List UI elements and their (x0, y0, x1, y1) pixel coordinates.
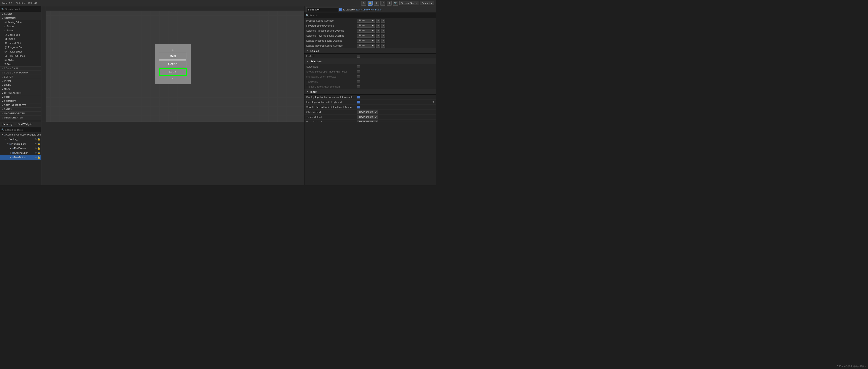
reset-icon-hide[interactable]: ↺ (432, 101, 434, 103)
vbox-eye-icon[interactable]: 👁 (35, 143, 37, 145)
category-special-effects[interactable]: SPECIAL EFFECTS (0, 103, 41, 107)
red-button-widget[interactable]: Red (159, 53, 186, 60)
r-button[interactable]: R (380, 1, 385, 6)
hovered-sound-select[interactable]: None (357, 24, 375, 28)
locked-hovered-sound-select[interactable]: None (357, 44, 375, 48)
locked-pressed-link[interactable] (381, 39, 385, 43)
touch-method-select[interactable]: Down and Up (357, 115, 378, 119)
hovered-sound-link[interactable] (381, 24, 385, 28)
green-lock-icon[interactable]: 🔒 (37, 152, 40, 154)
locked-pressed-sound-select[interactable]: None (357, 39, 375, 43)
hovered-sound-reset[interactable] (376, 24, 380, 28)
category-input[interactable]: INPUT (0, 79, 41, 83)
tree-item-red[interactable]: ▶ □ RedButton 👁 🔒 (0, 146, 41, 150)
palette-item-checkbox[interactable]: ☑ Check Box (0, 32, 41, 37)
is-variable-checkbox[interactable] (339, 8, 342, 11)
tree-item-blue[interactable]: ▶ □ BlueButton 👁 🔒 (0, 155, 41, 160)
locked-hovered-reset[interactable] (376, 44, 380, 48)
input-section-header[interactable]: Input (305, 89, 436, 94)
palette-item-button[interactable]: □ Button (0, 28, 41, 32)
green-button-widget[interactable]: Green (159, 60, 186, 67)
canvas-area[interactable]: ▲ Red Green Blue ▼ (41, 6, 304, 122)
tree-item-vbox[interactable]: ▼ □ [Vertical Box] 👁 🔒 (0, 141, 41, 146)
category-primitive[interactable]: PRIMITIVE (0, 99, 41, 103)
selected-pressed-sound-select[interactable]: None (357, 29, 375, 33)
category-synth[interactable]: SYNTH (0, 107, 41, 111)
palette-item-text[interactable]: T Text (0, 62, 41, 66)
category-uncategorized[interactable]: UNCATEGORIZED (0, 111, 41, 115)
bind-widgets-tab[interactable]: Bind Widgets (18, 123, 32, 126)
press-method-select[interactable]: Down and Up (357, 120, 378, 122)
num4-button[interactable]: 4 (387, 1, 392, 6)
camera-button[interactable]: 📷 (393, 1, 398, 6)
component-name-input[interactable] (306, 7, 338, 12)
toggleable-checkbox[interactable] (357, 80, 360, 83)
misc-expand-icon (2, 88, 3, 90)
red-lock-icon[interactable]: 🔒 (37, 147, 40, 150)
display-input-action-checkbox[interactable] (357, 96, 360, 98)
hierarchy-search-input[interactable] (5, 129, 40, 131)
trigger-clicked-checkbox[interactable] (357, 85, 360, 88)
palette-item-named-slot[interactable]: ▦ Named Slot (0, 41, 41, 45)
palette-item-rich-text[interactable]: ☑ Rich Text Block (0, 54, 41, 58)
tree-item-border1[interactable]: ▼ □ Border_1 👁 🔒 (0, 137, 41, 141)
vbox-lock-icon[interactable]: 🔒 (37, 143, 40, 145)
category-misc[interactable]: MISC (0, 87, 41, 91)
category-lists[interactable]: LISTS (0, 83, 41, 87)
edit-commonui-button-link[interactable]: Edit CommonUI_Button (356, 8, 382, 11)
selected-hovered-sound-select[interactable]: None (357, 34, 375, 38)
locked-hovered-link[interactable] (381, 44, 385, 48)
pressed-sound-reset[interactable] (376, 19, 380, 23)
border1-lock-icon[interactable]: 🔒 (37, 138, 40, 141)
blue-lock-icon[interactable]: 🔒 (37, 156, 40, 159)
green-eye-icon[interactable]: 👁 (35, 152, 37, 154)
selectable-checkbox[interactable] (357, 65, 360, 68)
hide-input-keyboard-checkbox[interactable] (357, 101, 360, 104)
should-select-checkbox[interactable] (357, 70, 360, 73)
palette-item-radial-slider[interactable]: ◎ Radial Slider (0, 49, 41, 54)
locked-checkbox[interactable] (357, 55, 360, 58)
tree-item-green[interactable]: ▶ □ GreenButton 👁 🔒 (0, 150, 41, 155)
blue-button-widget[interactable]: Blue (159, 68, 186, 76)
interactable-selected-checkbox[interactable] (357, 75, 360, 78)
palette-search-input[interactable] (5, 8, 40, 10)
fallback-input-checkbox[interactable] (357, 106, 360, 109)
none-button[interactable]: ⊕ (361, 1, 366, 6)
sel-pressed-link[interactable] (381, 29, 385, 33)
tree-item-root[interactable]: ▼ □ [CommonUI_ActionWidgetContent] (0, 132, 41, 137)
border1-eye-icon[interactable]: 👁 (35, 138, 37, 141)
palette-item-image[interactable]: 🖼 Image (0, 37, 41, 41)
palette-item-slider[interactable]: ⇄ Slider (0, 58, 41, 62)
desired-dropdown[interactable]: Desired (420, 1, 434, 5)
sel-pressed-reset[interactable] (376, 29, 380, 33)
palette-item-progress-bar[interactable]: @ Progress Bar (0, 45, 41, 49)
click-method-select[interactable]: Down and Up (357, 110, 378, 114)
screen-size-dropdown[interactable]: Screen Size (399, 1, 418, 5)
selection-section-header[interactable]: Selection (305, 59, 436, 64)
fallback-input-row: Should Use Fallback Default Input Action (305, 105, 436, 110)
pressed-sound-link[interactable] (381, 19, 385, 23)
red-eye-icon[interactable]: 👁 (35, 147, 37, 150)
category-panel[interactable]: PANEL (0, 95, 41, 99)
pressed-sound-select[interactable]: None (357, 19, 375, 23)
category-common-ui[interactable]: COMMON UI (0, 66, 41, 70)
lock-toggle[interactable]: 🔒 (368, 1, 373, 6)
sel-hovered-link[interactable] (381, 34, 385, 38)
right-search-input[interactable] (309, 14, 435, 17)
locked-pressed-reset[interactable] (376, 39, 380, 43)
palette-item-analog-slider[interactable]: ⇄ Analog Slider (0, 20, 41, 24)
sel-hovered-reset[interactable] (376, 34, 380, 38)
hierarchy-tab[interactable]: Hierarchy (2, 123, 12, 126)
input-expand-icon (306, 90, 309, 93)
category-common[interactable]: COMMON (0, 16, 41, 20)
category-panel-label: PANEL (4, 96, 12, 98)
category-editor[interactable]: EDITOR (0, 75, 41, 79)
category-common-ui-plugin[interactable]: COMMON UI PLUGIN (0, 70, 41, 75)
category-audio[interactable]: AUDIO (0, 12, 41, 16)
grid-button[interactable]: ⊞ (374, 1, 379, 6)
category-optimization[interactable]: OPTIMIZATION (0, 91, 41, 95)
category-user-created[interactable]: USER CREATED (0, 115, 41, 120)
blue-eye-icon[interactable]: 👁 (35, 156, 37, 159)
palette-item-border[interactable]: □ Border (0, 24, 41, 28)
locked-section-header[interactable]: Locked (305, 48, 436, 54)
